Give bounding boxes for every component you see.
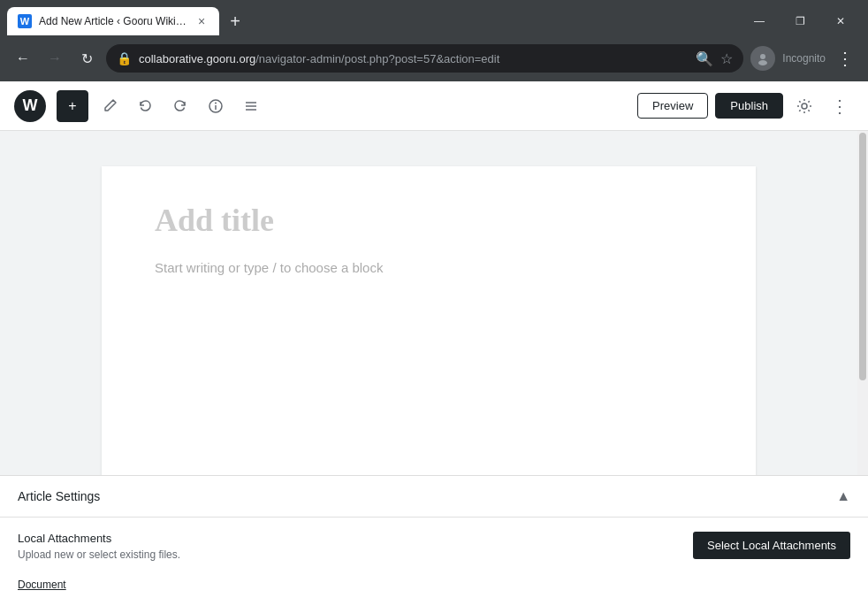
url-bar[interactable]: 🔒 collaborative.gooru.org/navigator-admi… xyxy=(106,44,743,73)
bookmark-icon[interactable]: ☆ xyxy=(720,50,733,67)
wp-admin-bar: W + xyxy=(0,81,868,131)
settings-button[interactable] xyxy=(790,92,819,120)
profile-button[interactable]: Incognito xyxy=(750,46,775,71)
maximize-button[interactable]: ❐ xyxy=(780,7,820,35)
svg-point-0 xyxy=(760,54,765,59)
info-button[interactable] xyxy=(202,92,230,120)
pen-icon xyxy=(102,98,118,114)
block-placeholder[interactable]: Start writing or type / to choose a bloc… xyxy=(155,260,703,275)
main-container: W + xyxy=(0,81,868,598)
list-icon xyxy=(243,98,259,114)
article-settings-title: Article Settings xyxy=(18,489,100,503)
refresh-button[interactable]: ↻ xyxy=(74,46,99,71)
more-options-button[interactable]: ⋮ xyxy=(826,92,854,120)
svg-point-4 xyxy=(215,102,217,104)
pen-button[interactable] xyxy=(95,92,124,120)
profile-avatar-icon xyxy=(756,51,770,65)
publish-button[interactable]: Publish xyxy=(715,93,783,119)
scrollbar-thumb[interactable] xyxy=(859,133,866,380)
back-button[interactable]: ← xyxy=(11,46,35,71)
bottom-panel: Article Settings ▲ Local Attachments Upl… xyxy=(0,475,868,598)
editor-inner: Add title Start writing or type / to cho… xyxy=(102,166,756,475)
list-view-button[interactable] xyxy=(237,92,265,120)
document-link[interactable]: Document xyxy=(18,579,850,591)
wp-logo[interactable]: W xyxy=(14,90,46,122)
local-attachments-info: Local Attachments Upload new or select e… xyxy=(18,532,675,561)
attachments-row: Local Attachments Upload new or select e… xyxy=(0,518,868,575)
preview-button[interactable]: Preview xyxy=(637,93,708,119)
forward-button[interactable]: → xyxy=(42,46,67,71)
info-icon xyxy=(208,98,224,114)
browser-more-button[interactable]: ⋮ xyxy=(833,44,857,73)
local-attachments-label: Local Attachments xyxy=(18,532,675,545)
window-controls: — ❐ ✕ xyxy=(739,7,861,35)
svg-point-8 xyxy=(802,104,807,109)
editor-area: Add title Start writing or type / to cho… xyxy=(0,131,868,475)
collapse-button[interactable]: ▲ xyxy=(836,488,850,504)
tab-title: Add New Article ‹ Gooru Wiki — xyxy=(39,15,187,27)
minimize-button[interactable]: — xyxy=(739,7,780,35)
gear-icon xyxy=(796,97,813,115)
address-bar: ← → ↻ 🔒 collaborative.gooru.org/navigato… xyxy=(0,35,868,81)
add-block-button[interactable]: + xyxy=(57,90,88,122)
svg-point-1 xyxy=(758,60,767,65)
tab-favicon: W xyxy=(18,14,32,28)
incognito-label: Incognito xyxy=(782,52,826,65)
lock-icon: 🔒 xyxy=(117,51,132,65)
search-icon[interactable]: 🔍 xyxy=(696,50,713,67)
scrollbar-track[interactable] xyxy=(857,131,868,475)
title-input[interactable]: Add title xyxy=(155,202,703,239)
local-attachments-desc: Upload new or select existing files. xyxy=(18,548,675,561)
url-domain: collaborative.gooru.org xyxy=(139,52,255,65)
tab-close-button[interactable]: × xyxy=(194,14,209,28)
redo-icon xyxy=(172,98,188,114)
url-text: collaborative.gooru.org/navigator-admin/… xyxy=(139,52,689,65)
new-tab-button[interactable]: + xyxy=(223,9,247,34)
undo-button[interactable] xyxy=(131,92,159,120)
close-button[interactable]: ✕ xyxy=(820,7,861,35)
select-local-attachments-button[interactable]: Select Local Attachments xyxy=(693,532,850,559)
active-tab[interactable]: W Add New Article ‹ Gooru Wiki — × xyxy=(7,7,219,35)
redo-button[interactable] xyxy=(166,92,194,120)
article-settings-header: Article Settings ▲ xyxy=(0,476,868,518)
editor-canvas[interactable]: Add title Start writing or type / to cho… xyxy=(0,131,857,475)
add-icon: + xyxy=(68,98,76,114)
browser-tab-bar: W Add New Article ‹ Gooru Wiki — × + — ❐… xyxy=(0,0,868,35)
undo-icon xyxy=(137,98,153,114)
url-path: /navigator-admin/post.php?post=57&action… xyxy=(255,52,499,65)
